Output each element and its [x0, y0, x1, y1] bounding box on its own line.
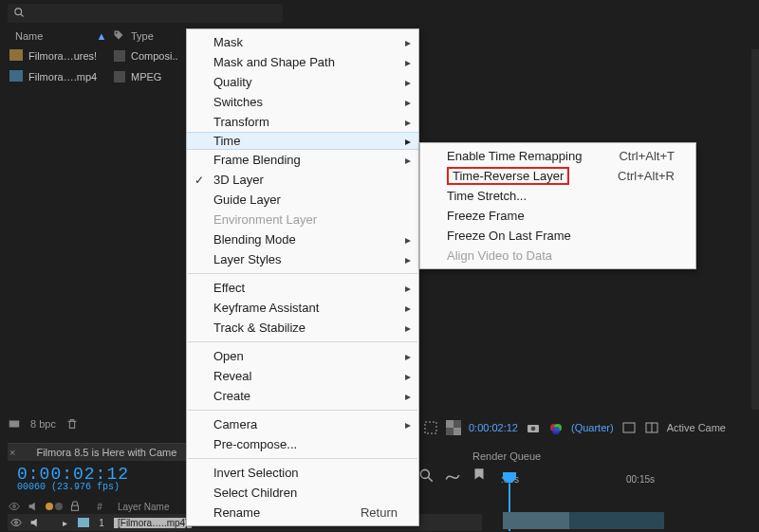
composition-icon [8, 49, 25, 63]
bpc-label[interactable]: 8 bpc [30, 418, 56, 430]
menu-item-open[interactable]: Open [187, 346, 418, 366]
item-name: Filmora…ures! [25, 50, 110, 62]
menu-item-label: 3D Layer [213, 173, 264, 187]
search-icon[interactable] [417, 467, 435, 484]
svg-point-9 [531, 427, 536, 431]
video-icon [8, 70, 25, 83]
svg-point-0 [15, 8, 22, 14]
tag-swatch[interactable] [114, 71, 125, 83]
active-camera[interactable]: Active Came [667, 422, 726, 433]
viewer-options-icon[interactable] [621, 420, 637, 435]
menu-item-mask-and-shape-path[interactable]: Mask and Shape Path [187, 52, 418, 72]
menu-item-label: Freeze Frame [447, 209, 525, 223]
menu-item-label: Track & Stabilize [213, 321, 305, 335]
menu-item-label: Open [213, 349, 244, 363]
tag-swatch[interactable] [114, 50, 125, 62]
menu-item-shortcut: Ctrl+Alt+T [619, 149, 675, 163]
menu-item-label: Rename [213, 505, 260, 520]
preview-resolution[interactable]: (Quarter) [571, 422, 614, 433]
menu-item-label: Guide Layer [213, 193, 281, 207]
menu-item-effect[interactable]: Effect [187, 278, 418, 298]
menu-item-label: Time-Reverse Layer [447, 167, 569, 185]
menu-item-frame-blending[interactable]: Frame Blending [187, 150, 418, 170]
eye-icon[interactable] [9, 516, 23, 529]
col-name[interactable]: Name [8, 30, 93, 42]
menu-item-environment-layer: Environment Layer [187, 210, 418, 229]
timeline-tool-icons [417, 467, 488, 484]
menu-item-mask[interactable]: Mask [187, 32, 418, 52]
layer-name[interactable]: [Filmora…..mp4] [114, 518, 192, 528]
menu-item-invert-selection[interactable]: Invert Selection [187, 463, 418, 483]
sort-indicator-icon[interactable]: ▲ [93, 30, 110, 42]
menu-item-guide-layer[interactable]: Guide Layer [187, 190, 418, 210]
menu-item-label: Time [213, 134, 240, 148]
menu-item-label: Select Children [213, 486, 297, 500]
menu-item-freeze-frame[interactable]: Freeze Frame [420, 206, 695, 226]
snapshot-icon[interactable] [526, 420, 541, 435]
view-layout-icon[interactable] [644, 420, 659, 435]
layer-clip[interactable] [503, 512, 664, 529]
menu-item-create[interactable]: Create [187, 386, 418, 406]
menu-item-enable-time-remapping[interactable]: Enable Time RemappingCtrl+Alt+T [420, 146, 695, 166]
svg-point-12 [552, 427, 560, 434]
menu-item-label: Pre-compose... [213, 437, 297, 451]
tab-render-queue[interactable]: Render Queue [472, 450, 541, 462]
col-index: # [87, 502, 112, 512]
playhead[interactable] [503, 472, 516, 486]
tab-composition[interactable]: Filmora 8.5 is Here with Came [23, 443, 190, 461]
menu-item-freeze-on-last-frame[interactable]: Freeze On Last Frame [420, 226, 695, 246]
svg-point-20 [15, 522, 18, 524]
audio-column-icon[interactable] [27, 500, 40, 513]
interpret-footage-icon[interactable] [8, 417, 21, 431]
graph-editor-icon[interactable] [444, 467, 461, 484]
menu-item-label: Camera [213, 417, 257, 431]
channels-icon[interactable] [548, 420, 564, 435]
menu-item-track-stabilize[interactable]: Track & Stabilize [187, 318, 418, 338]
col-type[interactable]: Type [127, 30, 154, 42]
layer-index: 1 [95, 518, 108, 528]
speaker-icon[interactable] [28, 516, 42, 529]
menu-item-label: Frame Blending [213, 153, 301, 167]
preview-timecode[interactable]: 0:00:02:12 [469, 422, 518, 433]
menu-item-quality[interactable]: Quality [187, 72, 418, 92]
menu-item-rename[interactable]: RenameReturn [187, 503, 418, 523]
svg-rect-19 [72, 505, 79, 510]
menu-item-shortcut: Ctrl+Alt+R [618, 169, 675, 183]
menu-item-blending-mode[interactable]: Blending Mode [187, 229, 418, 249]
menu-item-label: Time Stretch... [447, 189, 527, 203]
menu-item-3d-layer[interactable]: 3D Layer [187, 170, 418, 190]
tag-icon[interactable] [110, 29, 127, 43]
menu-item-time[interactable]: Time [187, 132, 418, 150]
menu-item-transform[interactable]: Transform [187, 112, 418, 132]
video-column-icon[interactable] [8, 500, 21, 513]
menu-item-time-reverse-layer[interactable]: Time-Reverse LayerCtrl+Alt+R [420, 166, 695, 186]
tab-close-icon[interactable]: × [8, 443, 23, 461]
svg-rect-6 [446, 420, 454, 428]
ruler-tick: 00:15s [626, 474, 655, 485]
project-search[interactable] [8, 4, 283, 23]
roi-icon[interactable] [423, 420, 438, 435]
menu-item-select-children[interactable]: Select Children [187, 483, 418, 503]
layer-color-swatch[interactable] [78, 518, 89, 527]
menu-item-time-stretch[interactable]: Time Stretch... [420, 186, 695, 206]
menu-item-pre-compose[interactable]: Pre-compose... [187, 434, 418, 454]
menu-item-label: Blending Mode [213, 232, 296, 247]
menu-item-switches[interactable]: Switches [187, 92, 418, 112]
menu-item-label: Keyframe Assistant [213, 301, 319, 315]
lock-column-icon[interactable] [68, 500, 82, 513]
menu-item-keyframe-assistant[interactable]: Keyframe Assistant [187, 298, 418, 318]
switch-dots [46, 503, 63, 510]
scrollbar[interactable] [751, 49, 759, 410]
menu-item-label: Mask and Shape Path [213, 55, 335, 69]
transparency-grid-icon[interactable] [446, 420, 461, 435]
menu-item-camera[interactable]: Camera [187, 414, 418, 434]
trash-icon[interactable] [65, 417, 79, 431]
search-input[interactable] [28, 8, 283, 19]
menu-item-reveal[interactable]: Reveal [187, 366, 418, 386]
menu-item-label: Freeze On Last Frame [447, 229, 571, 243]
svg-point-16 [420, 469, 429, 478]
menu-item-align-video-to-data: Align Video to Data [420, 246, 695, 266]
menu-item-layer-styles[interactable]: Layer Styles [187, 249, 418, 269]
menu-item-label: Enable Time Remapping [447, 149, 582, 163]
time-ruler[interactable]: :00s 00:15s [484, 474, 750, 493]
